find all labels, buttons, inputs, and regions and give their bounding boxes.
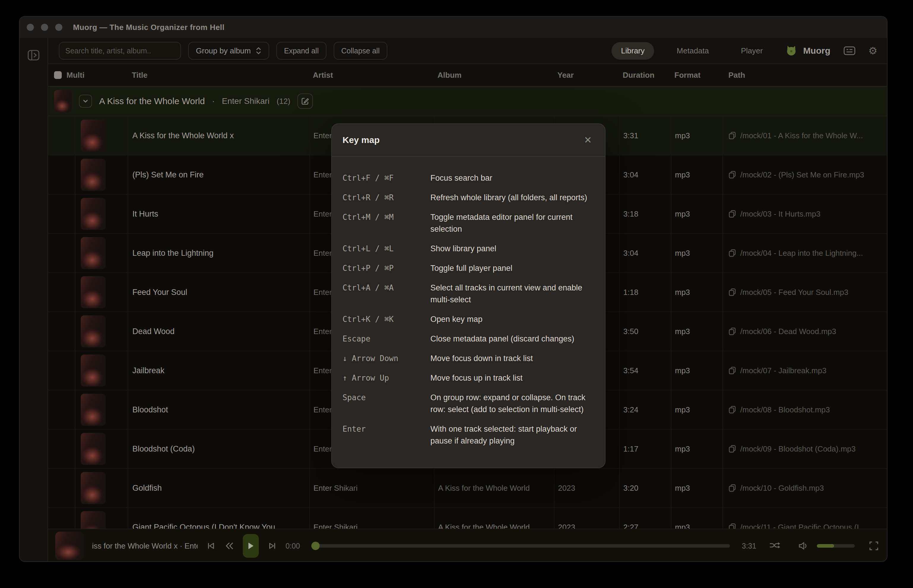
- shortcut-keys: Ctrl+F / ⌘F: [343, 172, 431, 184]
- row-thumb-cell: [75, 116, 128, 155]
- copy-path-icon[interactable]: [728, 445, 736, 453]
- shortcut-row: Space On group row: expand or collapse. …: [343, 392, 594, 415]
- copy-path-icon[interactable]: [728, 484, 736, 492]
- group-separator: ·: [212, 97, 215, 106]
- edit-group-button[interactable]: [298, 94, 313, 109]
- track-art-thumbnail: [81, 511, 106, 529]
- shortcut-description: Open key map: [431, 313, 594, 325]
- copy-path-icon[interactable]: [728, 288, 736, 296]
- seek-knob[interactable]: [311, 542, 320, 550]
- shortcut-keys: ↓ Arrow Down: [343, 352, 431, 364]
- header-multi: Multi: [66, 71, 84, 80]
- search-input[interactable]: [59, 42, 181, 60]
- copy-path-icon[interactable]: [728, 171, 736, 179]
- shortcut-row: Ctrl+P / ⌘P Toggle full player panel: [343, 262, 594, 274]
- copy-path-icon[interactable]: [728, 249, 736, 257]
- tab-player[interactable]: Player: [731, 42, 772, 60]
- track-duration-cell: 3:54: [619, 351, 671, 390]
- track-duration-cell: 3:04: [619, 155, 671, 194]
- album-art-thumbnail: [54, 90, 72, 112]
- minimize-window-button[interactable]: [41, 24, 48, 31]
- track-path-cell: /mock/01 - A Kiss for the Whole W...: [722, 116, 887, 155]
- track-title-cell: (Pls) Set Me on Fire: [128, 155, 309, 194]
- skip-previous-icon[interactable]: [206, 541, 216, 551]
- track-duration-cell: 3:18: [619, 195, 671, 233]
- track-format-cell: mp3: [671, 116, 722, 155]
- skip-next-icon[interactable]: [267, 541, 277, 551]
- player-art-thumbnail: [55, 531, 84, 560]
- volume-slider[interactable]: [817, 544, 855, 548]
- track-album: A Kiss for the Whole World: [438, 483, 530, 493]
- track-artist-cell: Enter Shikari: [309, 469, 434, 507]
- sidebar-rail: [19, 38, 48, 561]
- collapse-all-button[interactable]: Collapse all: [333, 42, 387, 60]
- group-by-label: Group by album: [196, 46, 251, 55]
- group-by-select[interactable]: Group by album: [188, 42, 269, 60]
- track-title: Feed Your Soul: [133, 287, 187, 297]
- track-artist: Enter Shikari: [313, 483, 358, 493]
- track-path: /mock/11 - Giant Pacific Octopus (I...: [740, 523, 865, 529]
- shuffle-icon[interactable]: [769, 541, 780, 551]
- copy-path-icon[interactable]: [728, 131, 736, 140]
- tab-metadata[interactable]: Metadata: [667, 42, 718, 60]
- close-dialog-button[interactable]: ✕: [581, 133, 594, 147]
- track-row[interactable]: Goldfish Enter Shikari A Kiss for the Wh…: [48, 469, 887, 508]
- track-path-cell: /mock/09 - Bloodshot (Coda).mp3: [722, 430, 887, 468]
- track-title: Leap into the Lightning: [133, 248, 214, 258]
- row-multi-cell: [48, 508, 75, 529]
- track-artist-cell: Enter Shikari: [309, 508, 434, 529]
- copy-path-icon[interactable]: [728, 210, 736, 218]
- track-duration: 3:04: [623, 249, 638, 258]
- shortcut-row: Enter With one track selected: start pla…: [343, 423, 594, 447]
- seek-bar[interactable]: [312, 544, 730, 548]
- track-path: /mock/10 - Goldfish.mp3: [740, 483, 824, 493]
- track-art-thumbnail: [81, 433, 106, 465]
- copy-path-icon[interactable]: [728, 405, 736, 414]
- fullscreen-icon[interactable]: [869, 541, 879, 551]
- copy-path-icon[interactable]: [728, 367, 736, 375]
- settings-gear-icon[interactable]: ⚙: [868, 46, 877, 56]
- row-multi-cell: [48, 469, 75, 507]
- track-path: /mock/03 - It Hurts.mp3: [740, 210, 821, 219]
- shortcut-keys: Space: [343, 392, 431, 415]
- track-duration: 1:17: [623, 444, 638, 454]
- track-year-cell: 2023: [554, 469, 619, 507]
- row-thumb-cell: [75, 273, 128, 312]
- track-art-thumbnail: [81, 394, 106, 426]
- expand-all-button[interactable]: Expand all: [276, 42, 327, 60]
- track-format-cell: mp3: [671, 391, 722, 429]
- sidebar-toggle-icon[interactable]: [27, 48, 40, 62]
- group-track-count: (12): [277, 97, 290, 106]
- track-duration: 3:04: [623, 170, 638, 179]
- play-icon: [247, 542, 254, 550]
- rewind-icon[interactable]: [224, 541, 235, 551]
- track-path: /mock/08 - Bloodshot.mp3: [740, 405, 830, 414]
- volume-icon[interactable]: [798, 541, 809, 551]
- up-down-chevrons-icon: [256, 47, 262, 55]
- copy-path-icon[interactable]: [728, 327, 736, 336]
- tab-library[interactable]: Library: [612, 42, 654, 60]
- copy-path-icon[interactable]: [728, 523, 736, 529]
- shortcut-row: Escape Close metadata panel (discard cha…: [343, 333, 594, 345]
- zoom-window-button[interactable]: [55, 24, 62, 31]
- shortcut-keys: Ctrl+P / ⌘P: [343, 262, 431, 274]
- track-path-cell: /mock/07 - Jailbreak.mp3: [722, 351, 887, 390]
- keyboard-icon[interactable]: [843, 46, 855, 55]
- collapse-group-button[interactable]: [79, 95, 92, 108]
- track-format-cell: mp3: [671, 234, 722, 272]
- track-duration: 3:54: [623, 366, 638, 375]
- track-album-cell: A Kiss for the Whole World: [434, 508, 554, 529]
- shortcut-keys: Ctrl+L / ⌘L: [343, 243, 431, 255]
- shortcut-row: Ctrl+M / ⌘M Toggle metadata editor panel…: [343, 211, 594, 235]
- track-year: 2023: [558, 483, 575, 493]
- multi-select-checkbox[interactable]: [54, 71, 62, 79]
- track-path: /mock/05 - Feed Your Soul.mp3: [740, 288, 848, 297]
- track-row[interactable]: Giant Pacific Octopus (I Don't Know You …: [48, 508, 887, 529]
- close-window-button[interactable]: [27, 24, 34, 31]
- album-group-row[interactable]: A Kiss for the Whole World · Enter Shika…: [48, 87, 887, 116]
- play-button[interactable]: [243, 534, 259, 558]
- track-format: mp3: [675, 483, 690, 493]
- shortcut-keys: Ctrl+A / ⌘A: [343, 282, 431, 305]
- track-title-cell: Leap into the Lightning: [128, 234, 309, 272]
- brand-name: Muorg: [803, 46, 830, 56]
